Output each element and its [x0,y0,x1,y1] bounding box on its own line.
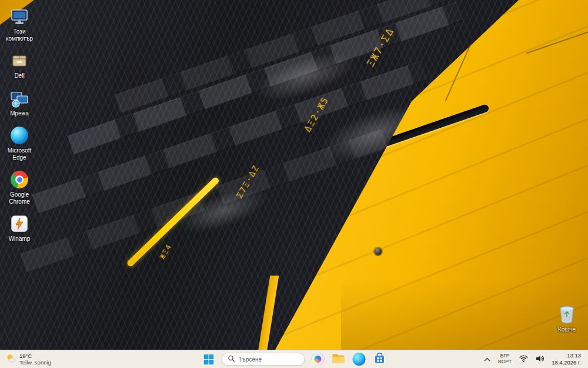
clock[interactable]: 13:13 18.4.2026 г. [550,352,582,367]
wallpaper-yellow-bar [258,276,279,350]
wallpaper: ΞЖ7·ΣΔ ΔΞ2·Ж5 Σ7Ξ·ΔΖ ЖΞ4 [0,0,588,350]
start-button[interactable] [201,352,216,367]
icon-label: Winamp [1,236,38,243]
copilot-icon [312,353,325,366]
icon-label: Този компютър [1,28,38,42]
taskbar: 19°C Teilw. sonnig [0,350,588,368]
tray-chevron[interactable] [483,352,492,367]
desktop: ΞЖ7·ΣΔ ΔΞ2·Ж5 Σ7Ξ·ΔΖ ЖΞ4 Този компютър [0,0,588,368]
desktop-icon-column: Този компютър Dell [0,4,39,248]
volume-status[interactable] [534,352,545,367]
desktop-icon-winamp[interactable]: Winamp [0,211,39,245]
weather-temp: 19°C [19,353,51,359]
desktop-icon-dell[interactable]: Dell [0,48,39,82]
taskbar-search[interactable] [222,353,305,366]
store-button[interactable] [372,352,387,367]
file-explorer-icon [332,353,345,365]
weather-icon [6,353,16,365]
file-explorer-button[interactable] [331,352,346,367]
desktop-icon-this-pc[interactable]: Този компютър [0,4,39,44]
store-icon [374,353,386,366]
dell-icon [9,51,29,71]
clock-time: 13:13 [552,352,581,359]
this-pc-icon [9,6,29,26]
network-status[interactable] [518,352,529,367]
edge-icon [9,125,29,145]
wallpaper-graffiti-4: ЖΞ4 [158,243,173,261]
edge-button[interactable] [352,352,367,367]
desktop-icon-edge[interactable]: Microsoft Edge [0,122,39,163]
weather-condition: Teilw. sonnig [19,359,51,366]
desktop-icon-network[interactable]: Мрежа [0,85,39,120]
clock-date: 18.4.2026 г. [552,359,581,366]
recycle-bin-icon [557,304,577,324]
icon-label: Dell [1,72,38,79]
icon-label: Google Chrome [1,191,38,205]
wifi-icon [519,355,528,363]
desktop-icon-chrome[interactable]: Google Chrome [0,167,39,207]
language-line2: BGPT [498,359,512,365]
copilot-button[interactable] [310,352,326,367]
weather-widget[interactable]: 19°C Teilw. sonnig [0,350,51,368]
chevron-up-icon [484,356,490,363]
search-input[interactable] [239,356,298,363]
icon-label: Кошче [550,326,584,333]
wallpaper-screw [375,248,382,255]
network-icon [9,88,29,108]
search-icon [228,355,235,363]
icon-label: Мрежа [1,110,38,117]
language-indicator[interactable]: БГР BGPT [497,352,513,367]
winamp-icon [9,214,29,234]
chrome-icon [9,170,29,190]
system-tray: БГР BGPT [483,350,588,368]
icon-label: Microsoft Edge [1,147,38,161]
desktop-icon-recycle-bin[interactable]: Кошче [549,301,585,336]
speaker-icon [536,355,544,363]
taskbar-center [201,350,387,368]
edge-taskbar-icon [353,353,366,366]
